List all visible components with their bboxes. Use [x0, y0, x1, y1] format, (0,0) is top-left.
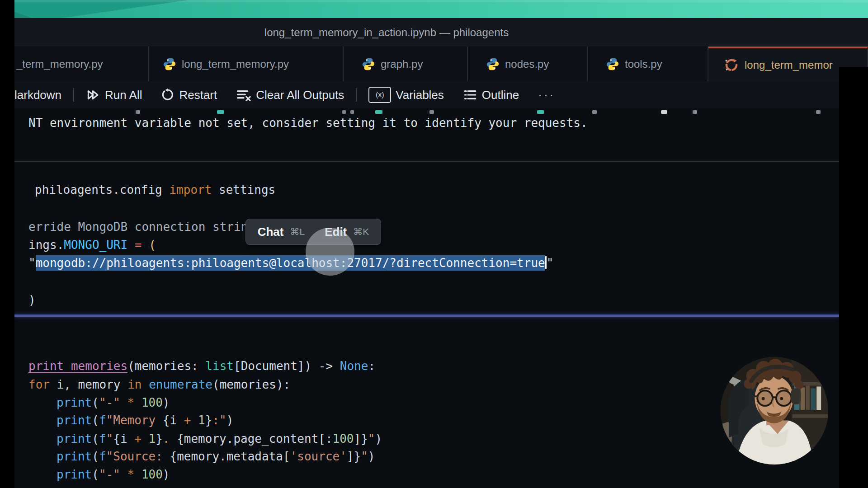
markdown-button[interactable]: larkdown — [14, 88, 61, 102]
code-token: print — [57, 396, 92, 409]
tab-label: _term_memory.py — [16, 58, 103, 70]
tab-label: long_term_memory.py — [182, 58, 289, 70]
webcam-overlay — [721, 357, 828, 465]
tab-label: nodes.py — [505, 58, 549, 70]
code-line[interactable]: ings.MONGO_URI = ( — [28, 238, 156, 252]
code-token — [134, 468, 142, 481]
code-token — [191, 413, 198, 427]
code-token: " — [106, 413, 113, 427]
code-token: " — [547, 256, 554, 270]
variables-icon: (x) — [368, 87, 391, 103]
code-token: i — [120, 432, 134, 446]
code-line[interactable]: print(f"{i + 1}. {memory.page_content[:1… — [57, 432, 382, 446]
code-token — [120, 468, 127, 481]
toolbar-divider — [356, 88, 357, 102]
code-line[interactable]: erride MongoDB connection string — [28, 220, 255, 234]
code-token: 'source' — [290, 450, 347, 463]
code-token: ) — [368, 450, 375, 463]
code-token: enumerate — [149, 378, 212, 391]
code-token: ings — [28, 238, 57, 252]
code-token: None — [340, 359, 368, 373]
code-token: ( — [92, 450, 99, 463]
python-icon — [163, 57, 176, 71]
code-token: { — [170, 450, 177, 463]
code-token: + — [184, 413, 191, 427]
code-token: } — [361, 432, 368, 446]
code-token: ] — [347, 450, 354, 463]
code-token: i — [170, 413, 184, 427]
outline-button[interactable]: Outline — [463, 88, 519, 102]
code-token: "-" — [99, 468, 120, 481]
code-line[interactable]: for i, memory in enumerate(memories): — [28, 377, 290, 392]
code-line[interactable]: "mongodb://philoagents:philoagents@local… — [28, 256, 553, 270]
restart-label: Restart — [179, 88, 217, 102]
clipped-output-fragment — [592, 110, 597, 114]
chat-button[interactable]: Chat — [258, 225, 284, 239]
code-token: [ — [234, 359, 241, 373]
code-token: } — [205, 413, 212, 427]
clear-outputs-label: Clear All Outputs — [256, 88, 344, 102]
code-token: ) — [226, 413, 234, 427]
code-token: 100 — [333, 432, 354, 446]
code-token: " — [368, 432, 375, 446]
mouse-cursor-halo — [306, 228, 354, 276]
code-token: ( — [92, 396, 99, 409]
variables-button[interactable]: (x) Variables — [368, 87, 443, 103]
tab-term-memory[interactable]: _term_memory.py — [14, 47, 149, 81]
clipped-output-fragment — [342, 110, 346, 114]
code-token: " — [219, 413, 226, 427]
run-all-icon — [86, 88, 100, 102]
code-line[interactable]: print("-" * 100) — [57, 467, 170, 482]
variables-label: Variables — [396, 88, 443, 102]
code-token: ( — [92, 468, 99, 481]
restart-button[interactable]: Restart — [161, 88, 217, 102]
clipped-output-fragment — [136, 110, 140, 114]
code-line[interactable]: print_memories(memories: list[Document])… — [28, 359, 375, 373]
tab-graph-py[interactable]: graph.py — [344, 47, 468, 81]
notebook-sync-icon — [724, 57, 739, 73]
tab-label: graph.py — [381, 58, 423, 70]
run-all-label: Run All — [105, 88, 142, 102]
code-token: f — [99, 450, 106, 463]
code-line[interactable]: print("-" * 100) — [57, 395, 170, 410]
run-all-button[interactable]: Run All — [86, 88, 142, 102]
more-actions-button[interactable]: ··· — [538, 88, 555, 102]
code-token: erride MongoDB connection string — [28, 220, 255, 234]
code-line[interactable]: print(f"Memory {i + 1}:") — [57, 413, 233, 427]
code-line[interactable]: ) — [28, 293, 36, 307]
code-token: (memories: — [127, 359, 205, 373]
presenter-portrait — [721, 357, 828, 465]
code-token: 1 — [198, 413, 205, 427]
clipped-output-fragment — [816, 110, 821, 114]
tab-bar: _term_memory.py long_term_memory.py grap… — [14, 47, 868, 81]
code-token: print — [57, 450, 92, 463]
code-token: print — [57, 468, 92, 481]
code-token: print — [57, 432, 92, 446]
clear-all-outputs-button[interactable]: Clear All Outputs — [236, 88, 344, 102]
restart-icon — [161, 88, 175, 102]
tab-nodes-py[interactable]: nodes.py — [468, 47, 588, 81]
code-token — [120, 396, 127, 409]
gradient-wedge — [0, 0, 217, 18]
tab-long-term-memory-py[interactable]: long_term_memory.py — [149, 47, 344, 81]
code-token: * — [127, 396, 135, 409]
code-token: for — [28, 378, 50, 391]
code-token: settings — [212, 183, 275, 197]
code-token: mongodb://philoagents:philoagents@localh… — [36, 256, 545, 270]
code-token: -> — [319, 359, 340, 373]
outline-icon — [463, 88, 477, 102]
clipped-output-fragment — [661, 110, 667, 114]
code-line[interactable]: philoagents.config import settings — [35, 183, 275, 197]
more-actions-label: ··· — [538, 88, 555, 102]
code-line[interactable]: print(f"Source: {memory.metadata['source… — [57, 449, 375, 464]
window-title: long_term_memory_in_action.ipynb — philo… — [264, 26, 509, 39]
clipped-output-fragment — [429, 110, 434, 114]
vscode-window: long_term_memory_in_action.ipynb — philo… — [0, 0, 868, 488]
tab-tools-py[interactable]: tools.py — [588, 47, 708, 81]
code-token — [142, 432, 149, 446]
chat-shortcut: ⌘L — [290, 226, 305, 237]
code-token: Document — [241, 359, 297, 373]
code-token: ) — [163, 468, 170, 481]
code-token: } — [354, 450, 361, 463]
code-token: memory.page_content — [184, 432, 318, 446]
